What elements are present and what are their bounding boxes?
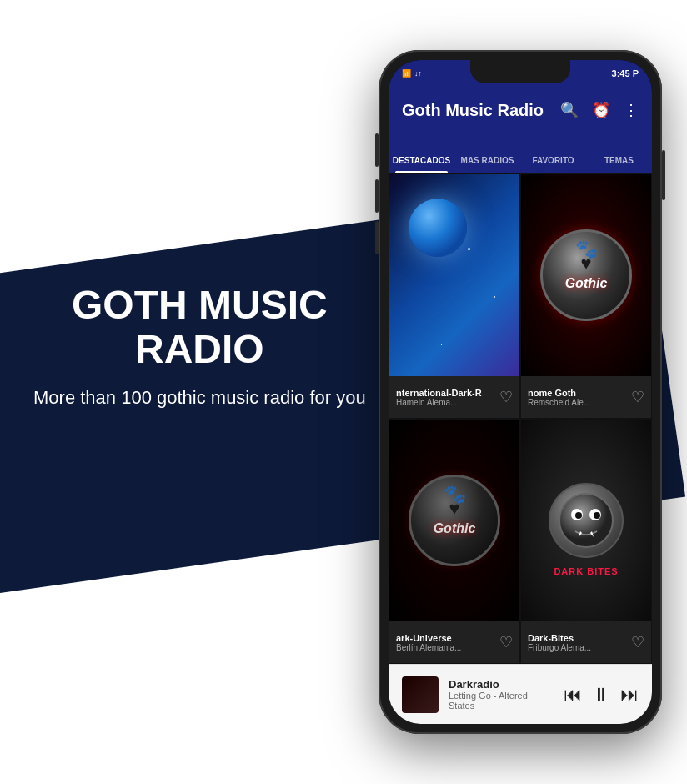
radio-card-4[interactable]: DARK BITES Dark-Bites Friburgo Alema... … [520,419,652,664]
gothic-logo-red: 🐾 ♥ Gothic [540,229,632,321]
play-pause-button[interactable]: ⏸ [592,684,610,706]
card-2-info: nome Goth Remscheid Ale... ♡ [521,376,651,418]
tabs-bar: DESTACADOS MAS RADIOS FAVORITO TEMAS [389,133,652,173]
card-4-thumbnail: DARK BITES [521,420,651,621]
heart-dark-icon: ♥ [580,253,591,274]
search-icon[interactable]: 🔍 [560,101,579,119]
volume-down-button [375,179,379,213]
more-icon[interactable]: ⋮ [624,101,639,119]
star-3 [494,296,495,298]
card-4-text: Dark-Bites Friburgo Alema... [528,633,628,652]
card-1-name: nternational-Dark-R [396,388,496,398]
card-3-thumbnail: 🐾 ♥ Gothic [389,420,519,621]
card-4-info: Dark-Bites Friburgo Alema... ♡ [521,621,651,663]
phone-mockup: 📶 ↓↑ 3:45 P Goth Music Radio 🔍 ⏰ ⋮ DESTA… [379,50,662,734]
heart-dark-3-icon: ♥ [449,498,459,520]
phone-screen: 📶 ↓↑ 3:45 P Goth Music Radio 🔍 ⏰ ⋮ DESTA… [389,60,652,724]
card-3-name: ark-Universe [396,633,496,643]
card-3-text: ark-Universe Berlín Alemania... [396,633,496,652]
card-3-location: Berlín Alemania... [396,643,496,652]
star-4 [441,344,442,345]
player-station-name: Darkradio [449,678,554,691]
status-time: 3:45 P [612,68,639,78]
card-3-favorite-button[interactable]: ♡ [499,633,513,651]
card-4-name: Dark-Bites [528,633,628,643]
card-2-location: Remscheid Ale... [528,398,628,407]
tab-destacados[interactable]: DESTACADOS [389,156,454,173]
radio-card-3[interactable]: 🐾 ♥ Gothic ark-Universe Berlín Alemania.… [389,419,520,664]
bottom-player: Darkradio Letting Go - Altered States ⏮ … [389,664,652,724]
svg-point-4 [594,512,600,519]
wifi-icon: ↓↑ [414,69,422,78]
card-4-location: Friburgo Alema... [528,643,628,652]
radio-grid: INTERNAT.DARKRADIO nternational-Dark-R H… [389,173,652,664]
app-bar-icons: 🔍 ⏰ ⋮ [560,101,639,119]
phone-notch [470,60,570,83]
app-subtitle: More than 100 gothic music radio for you [33,385,366,411]
card-1-text: nternational-Dark-R Hameln Alema... [396,388,496,407]
rewind-button[interactable]: ⏮ [564,684,582,706]
gothic-text-3: Gothic [434,521,476,536]
tab-favorito[interactable]: FAVORITO [520,156,586,173]
app-bar-title: Goth Music Radio [402,101,544,120]
dark-bites-creature [549,483,624,558]
forward-button[interactable]: ⏭ [620,684,639,706]
left-content: GOTH MUSIC RADIO More than 100 gothic mu… [33,284,366,410]
card-1-info: nternational-Dark-R Hameln Alema... ♡ [389,376,519,418]
gothic-text-2: Gothic [565,276,608,291]
star-2 [468,248,470,250]
card-2-thumbnail: 🐾 ♥ Gothic [521,174,651,376]
card-1-favorite-button[interactable]: ♡ [499,388,513,406]
creature-svg [557,491,615,550]
alarm-icon[interactable]: ⏰ [592,101,610,119]
radio-card-2[interactable]: 🐾 ♥ Gothic nome Goth Remscheid Ale... ♡ [520,173,652,419]
app-bar: Goth Music Radio 🔍 ⏰ ⋮ [389,87,652,133]
card-2-name: nome Goth [528,388,628,398]
svg-point-0 [559,494,613,547]
card-2-text: nome Goth Remscheid Ale... [528,388,628,407]
power-button [662,150,665,200]
volume-up-button [375,133,379,167]
dark-bites-label: DARK BITES [528,566,644,576]
svg-point-3 [575,512,582,519]
player-thumbnail [402,676,439,713]
player-info: Darkradio Letting Go - Altered States [449,678,554,711]
tab-mas-radios[interactable]: MAS RADIOS [454,156,520,173]
planet-visual [409,199,467,257]
phone-outer: 📶 ↓↑ 3:45 P Goth Music Radio 🔍 ⏰ ⋮ DESTA… [379,50,662,734]
card-3-info: ark-Universe Berlín Alemania... ♡ [389,621,519,663]
app-title-big: GOTH MUSIC RADIO [33,284,366,372]
signal-icon: 📶 [402,69,411,78]
silent-button [375,221,379,254]
radio-card-1[interactable]: INTERNAT.DARKRADIO nternational-Dark-R H… [389,173,520,419]
card-4-favorite-button[interactable]: ♡ [631,633,644,651]
card-2-favorite-button[interactable]: ♡ [631,388,644,406]
player-controls: ⏮ ⏸ ⏭ [564,684,639,706]
player-track-name: Letting Go - Altered States [449,691,554,711]
card-1-location: Hameln Alema... [396,398,496,407]
tab-temas[interactable]: TEMAS [586,156,652,173]
gothic-logo-dark: 🐾 ♥ Gothic [409,475,500,566]
status-left-icons: 📶 ↓↑ [402,69,422,78]
